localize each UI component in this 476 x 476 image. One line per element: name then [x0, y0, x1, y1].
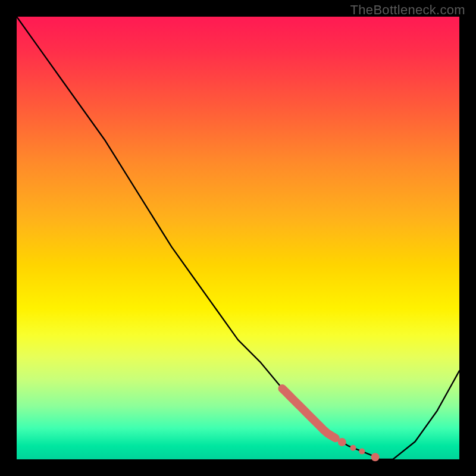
highlight-dot: [359, 449, 365, 455]
chart-frame: TheBottleneck.com: [0, 0, 476, 476]
highlight-dot: [338, 438, 346, 446]
highlight-thick-segment: [282, 389, 335, 438]
curve-overlay: [17, 17, 459, 459]
highlight-dot: [350, 445, 356, 451]
watermark-text: TheBottleneck.com: [350, 2, 465, 18]
highlight-dot: [371, 453, 380, 461]
bottleneck-curve: [17, 17, 459, 459]
